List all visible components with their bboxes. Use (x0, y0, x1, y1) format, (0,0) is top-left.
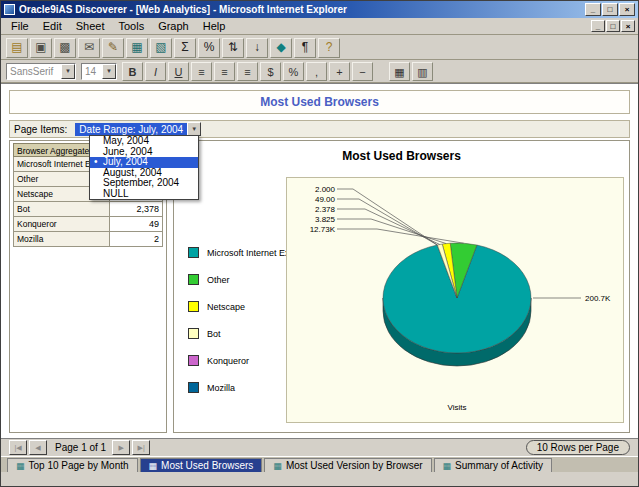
last-page-button[interactable]: ▶| (132, 440, 150, 455)
dropdown-option[interactable]: May, 2004 (90, 136, 198, 147)
sort-icon[interactable]: ⇅ (222, 38, 244, 58)
dropdown-option[interactable]: July, 2004 (90, 157, 198, 168)
child-minimize-button[interactable]: _ (591, 20, 605, 32)
font-name-value: SansSerif (7, 64, 61, 79)
row-label: Bot (13, 202, 110, 217)
worksheet-tab-label: Top 10 Page by Month (29, 460, 129, 471)
align-left-button[interactable]: ≡ (191, 62, 212, 81)
add-decimal-button[interactable]: + (329, 62, 350, 81)
underline-button[interactable]: U (168, 62, 189, 81)
worksheet-tab[interactable]: ▦ Most Used Version by Browser (264, 458, 431, 472)
application-window: Oracle9iAS Discoverer - [Web Analytics] … (0, 0, 639, 487)
table-layout-icon[interactable]: ▦ (126, 38, 148, 58)
print-icon[interactable]: ▩ (54, 38, 76, 58)
italic-button[interactable]: I (145, 62, 166, 81)
first-page-button[interactable]: |◀ (9, 440, 27, 455)
edit-sheet-icon[interactable]: ✎ (102, 38, 124, 58)
legend-swatch (188, 301, 199, 312)
align-right-button[interactable]: ≡ (237, 62, 258, 81)
worksheet-tab[interactable]: ▦ Most Used Browsers (140, 458, 263, 472)
sum-icon[interactable]: Σ (174, 38, 196, 58)
chart-panel: Most Used Browsers Microsoft Internet Ex… (173, 140, 630, 433)
save-icon[interactable]: ▣ (30, 38, 52, 58)
bold-button[interactable]: B (122, 62, 143, 81)
menu-item[interactable]: Help (196, 19, 233, 33)
pie-callout-line (337, 229, 464, 243)
page-title: Most Used Browsers (260, 95, 379, 109)
menu-item[interactable]: Tools (111, 19, 151, 33)
chart-title: Most Used Browsers (174, 149, 629, 163)
currency-button[interactable]: $ (260, 62, 281, 81)
pie-callout-line (337, 199, 437, 245)
font-name-select[interactable]: SansSerif ▼ (6, 63, 76, 80)
graph-icon[interactable]: ◆ (270, 38, 292, 58)
previous-page-button[interactable]: ◀ (29, 440, 47, 455)
date-range-select[interactable]: Date Range: July, 2004 ▼ (75, 122, 201, 136)
worksheet-tab[interactable]: ▦ Summary of Activity (434, 458, 552, 472)
title-bar: Oracle9iAS Discoverer - [Web Analytics] … (1, 1, 638, 18)
legend-swatch (188, 328, 199, 339)
open-icon[interactable]: ▤ (6, 38, 28, 58)
help-icon[interactable]: ? (318, 38, 340, 58)
worksheet-icon: ▦ (149, 461, 158, 471)
pie-chart-svg: 2.00049.002.3783.82512.73K200.7KVisits (287, 178, 623, 422)
drill-icon[interactable]: ↓ (246, 38, 268, 58)
send-icon[interactable]: ✉ (78, 38, 100, 58)
date-range-value[interactable]: Date Range: July, 2004 (75, 123, 187, 136)
worksheet-tab-label: Most Used Version by Browser (286, 460, 423, 471)
pie-callout-label: 49.00 (315, 195, 336, 204)
rows-per-page-button[interactable]: 10 Rows per Page (526, 440, 630, 455)
child-restore-button[interactable]: □ (606, 20, 620, 32)
menu-item[interactable]: File (4, 19, 36, 33)
text-area-icon[interactable]: ¶ (294, 38, 316, 58)
main-toolbar: ▤ ▣ ▩ ✉ ✎ ▦ ▧ Σ % ⇅ ↓ ◆ (1, 36, 638, 60)
chevron-down-icon[interactable]: ▼ (102, 64, 116, 79)
font-size-select[interactable]: 14 ▼ (81, 63, 117, 80)
legend-label: Konqueror (207, 356, 249, 366)
pie-callout-label: 12.73K (310, 225, 336, 234)
status-strip (1, 472, 638, 487)
dropdown-option[interactable]: NULL (90, 189, 198, 200)
table-row: Mozilla 2 (13, 232, 163, 247)
worksheet-icon: ▦ (273, 461, 282, 471)
percent-format-button[interactable]: % (283, 62, 304, 81)
graph-view-button[interactable]: ▥ (412, 62, 433, 81)
table-row: Konqueror 49 (13, 217, 163, 232)
chevron-down-icon[interactable]: ▼ (187, 122, 201, 136)
dropdown-option[interactable]: September, 2004 (90, 178, 198, 189)
legend-swatch (188, 247, 199, 258)
percent-icon[interactable]: % (198, 38, 220, 58)
legend-label: Netscape (207, 302, 245, 312)
child-close-button[interactable]: × (621, 20, 635, 32)
pager-bar: |◀ ◀ Page 1 of 1 ▶ ▶| 10 Rows per Page (1, 438, 638, 456)
pie-plot-area: 2.00049.002.3783.82512.73K200.7KVisits (286, 177, 624, 423)
comma-button[interactable]: , (306, 62, 327, 81)
worksheet-tab-label: Summary of Activity (455, 460, 543, 471)
worksheet-tab-bar: ▦ Top 10 Page by Month ▦ Most Used Brows… (1, 456, 638, 472)
close-button[interactable]: × (619, 3, 635, 16)
app-icon (4, 4, 15, 15)
pie-callout-label: 2.000 (315, 185, 336, 194)
worksheet-tab[interactable]: ▦ Top 10 Page by Month (7, 458, 138, 472)
remove-decimal-button[interactable]: − (352, 62, 373, 81)
table-view-button[interactable]: ▦ (389, 62, 410, 81)
row-value: 49 (110, 217, 163, 232)
pie-callout-line (337, 209, 440, 245)
crosstab-layout-icon[interactable]: ▧ (150, 38, 172, 58)
restore-button[interactable]: □ (602, 3, 618, 16)
align-center-button[interactable]: ≡ (214, 62, 235, 81)
menu-item[interactable]: Graph (151, 19, 196, 33)
menu-item[interactable]: Edit (36, 19, 69, 33)
worksheet-icon: ▦ (16, 461, 25, 471)
child-window-controls: _ □ × (590, 20, 635, 32)
layout-switch-group: ▦ ▥ (389, 62, 433, 81)
menu-item[interactable]: Sheet (69, 19, 112, 33)
row-value: 2,378 (110, 202, 163, 217)
worksheet-icon: ▦ (443, 461, 452, 471)
format-toolbar: SansSerif ▼ 14 ▼ B I U ≡ ≡ ≡ $ % , (1, 61, 638, 83)
chevron-down-icon[interactable]: ▼ (61, 64, 75, 79)
minimize-button[interactable]: _ (585, 3, 601, 16)
legend-label: Mozilla (207, 383, 235, 393)
pie-callout-label: 2.378 (315, 205, 336, 214)
next-page-button[interactable]: ▶ (112, 440, 130, 455)
